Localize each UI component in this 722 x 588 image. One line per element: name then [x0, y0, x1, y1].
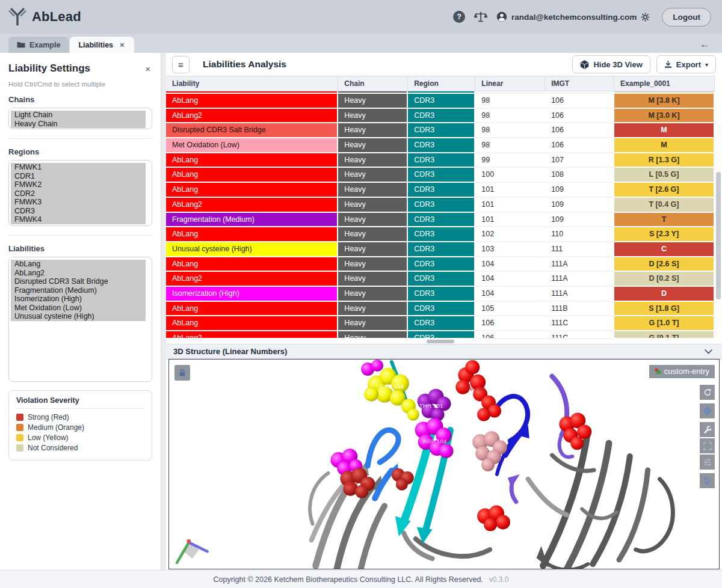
table-row[interactable]: AbLang2 Heavy CDR3 101 109 T [0.4 G]: [166, 198, 715, 213]
column-header[interactable]: Linear: [475, 76, 545, 91]
cell-liability: AbLang: [166, 257, 338, 272]
legend-item: Strong (Red): [16, 413, 144, 421]
cell-linear: 101: [475, 213, 545, 228]
cell-example: M [3.0 K]: [614, 109, 715, 124]
cell-chain: Heavy: [338, 257, 408, 272]
column-header[interactable]: Example_0001: [614, 76, 715, 91]
table-header-row: LiabilityChainRegionLinearIMGTExample_00…: [166, 76, 715, 91]
table-row[interactable]: Fragmentation (Medium) Heavy CDR3 101 10…: [166, 213, 715, 228]
cell-linear: 105: [475, 302, 545, 317]
cell-linear: 103: [475, 242, 545, 257]
table-row[interactable]: Isomerization (High) Heavy CDR3 104 111A…: [166, 287, 715, 302]
app-header: AbLead ? randal@ketchemconsulting.co: [0, 0, 722, 34]
region-option[interactable]: FMWK1: [11, 163, 146, 172]
cell-region: CDR3: [408, 183, 475, 198]
gear-icon[interactable]: [641, 13, 650, 22]
tab-liabilities[interactable]: Liabilities ×: [70, 37, 134, 53]
table-vertical-scrollbar[interactable]: [716, 172, 721, 299]
region-option[interactable]: FMWK3: [11, 198, 146, 207]
table-row[interactable]: AbLang Heavy CDR3 102 110 S [2.3 Y]: [166, 227, 715, 242]
target-icon: [703, 406, 712, 415]
tab-example[interactable]: Example: [8, 37, 69, 53]
close-icon[interactable]: ×: [119, 40, 126, 49]
region-option[interactable]: CDR3: [11, 207, 146, 216]
table-row[interactable]: AbLang Heavy CDR3 99 107 R [1.3 G]: [166, 153, 715, 168]
regions-listbox[interactable]: FMWK1CDR1FMWK2CDR2FMWK3CDR3FMWK4: [8, 160, 152, 226]
back-arrow-icon[interactable]: ←: [696, 38, 714, 53]
lock-icon: [178, 369, 187, 377]
selection-mode-button[interactable]: [700, 473, 715, 488]
expand-button[interactable]: [700, 438, 715, 453]
chevron-down-icon[interactable]: [702, 348, 715, 355]
autofocus-button[interactable]: [700, 403, 715, 418]
cell-linear: 98: [475, 138, 545, 153]
cell-imgt: 109: [545, 198, 614, 213]
structure-viewer[interactable]: CYS 103 THR 101 ARG 99 ASP 104 MET 98: [168, 359, 720, 569]
controls-button[interactable]: [700, 422, 715, 437]
caret-down-icon: ▾: [705, 61, 708, 68]
cell-chain: Heavy: [338, 287, 408, 302]
table-row[interactable]: AbLang Heavy CDR3 106 111C G [1.0 T]: [166, 316, 715, 331]
cell-chain: Heavy: [338, 94, 408, 109]
hide-3d-view-button[interactable]: Hide 3D View: [572, 55, 650, 73]
liability-settings-panel: Liability Settings × Hold Ctrl/Cmd to se…: [0, 53, 161, 570]
chain-option[interactable]: Light Chain: [11, 111, 146, 120]
antibody-logo-icon: [8, 7, 26, 26]
region-option[interactable]: CDR1: [11, 172, 146, 181]
legend-item: Low (Yellow): [16, 433, 144, 442]
menu-button[interactable]: ≡: [172, 56, 190, 73]
table-row[interactable]: AbLang2 Heavy CDR3 106 111C G [0.1 T]: [166, 331, 715, 339]
column-header[interactable]: Region: [408, 76, 475, 91]
structure-section-header[interactable]: 3D Structure (Linear Numbers): [166, 344, 722, 359]
column-header[interactable]: IMGT: [545, 76, 614, 91]
cell-imgt: 110: [545, 227, 614, 242]
liability-option[interactable]: AbLang2: [11, 269, 146, 278]
cell-example: M [3.8 K]: [614, 94, 715, 109]
cell-imgt: 111C: [545, 331, 614, 339]
chains-listbox[interactable]: Light ChainHeavy Chain: [8, 108, 152, 129]
version-text: v0.3.0: [489, 575, 509, 584]
table-row[interactable]: AbLang2 Heavy CDR3 98 106 M [3.0 K]: [166, 109, 715, 124]
table-row[interactable]: AbLang Heavy CDR3 98 106 M [3.8 K]: [166, 94, 715, 109]
liabilities-label: Liabilities: [8, 244, 152, 253]
table-row[interactable]: AbLang2 Heavy CDR3 104 111A D [0.2 S]: [166, 272, 715, 287]
reset-view-button[interactable]: [700, 385, 715, 400]
cell-chain: Heavy: [338, 331, 408, 339]
cell-chain: Heavy: [338, 316, 408, 331]
close-icon[interactable]: ×: [143, 64, 152, 74]
table-row[interactable]: AbLang Heavy CDR3 101 109 T [2.6 G]: [166, 183, 715, 198]
export-button[interactable]: Export ▾: [656, 55, 716, 73]
table-row[interactable]: AbLang Heavy CDR3 100 108 L [0.5 G]: [166, 168, 715, 183]
table-row[interactable]: Disrupted CDR3 Salt Bridge Heavy CDR3 98…: [166, 123, 715, 138]
viewer-lock-button[interactable]: [174, 365, 190, 381]
liability-option[interactable]: Disrupted CDR3 Salt Bridge: [11, 277, 146, 286]
settings-button[interactable]: [700, 455, 715, 470]
help-icon[interactable]: ?: [453, 11, 465, 23]
liability-option[interactable]: Met Oxidation (Low): [11, 304, 146, 313]
region-option[interactable]: FMWK4: [11, 215, 146, 224]
logout-button[interactable]: Logout: [662, 8, 711, 26]
region-option[interactable]: FMWK2: [11, 180, 146, 189]
column-header[interactable]: Chain: [338, 76, 408, 91]
liability-option[interactable]: Unusual cysteine (High): [11, 312, 146, 321]
cell-chain: Heavy: [338, 302, 408, 317]
liability-option[interactable]: AbLang: [11, 260, 146, 269]
table-row[interactable]: AbLang Heavy CDR3 105 111B S [1.8 G]: [166, 302, 715, 317]
resize-handle[interactable]: [427, 340, 454, 343]
cell-example: M: [614, 138, 715, 153]
liability-option[interactable]: Isomerization (High): [11, 295, 146, 304]
cell-imgt: 111A: [545, 272, 614, 287]
table-row[interactable]: AbLang Heavy CDR3 104 111A D [2.6 S]: [166, 257, 715, 272]
liabilities-listbox[interactable]: AbLangAbLang2Disrupted CDR3 Salt BridgeF…: [8, 257, 152, 382]
chain-option[interactable]: Heavy Chain: [11, 120, 146, 129]
cell-region: CDR3: [408, 153, 475, 168]
region-option[interactable]: CDR2: [11, 189, 146, 198]
table-row[interactable]: Met Oxidation (Low) Heavy CDR3 98 106 M: [166, 138, 715, 153]
scales-icon[interactable]: [474, 11, 488, 23]
structure-entry-chip[interactable]: custom-entry: [649, 365, 715, 378]
column-header[interactable]: Liability: [166, 76, 338, 91]
divider: [8, 235, 152, 236]
liability-option[interactable]: Fragmentation (Medium): [11, 286, 146, 295]
table-row[interactable]: Unusual cysteine (High) Heavy CDR3 103 1…: [166, 242, 715, 257]
cell-chain: Heavy: [338, 123, 408, 138]
